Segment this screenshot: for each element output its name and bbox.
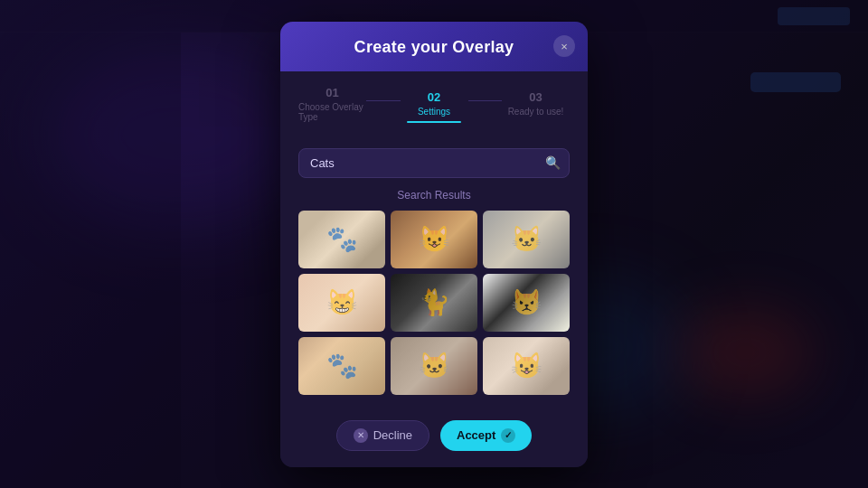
modal-footer: ✕ Decline Accept ✓ xyxy=(280,409,588,467)
cat-image-2[interactable]: 😺 xyxy=(391,211,477,268)
create-overlay-modal: Create your Overlay × 01 Choose Overlay … xyxy=(280,22,588,467)
cat-image-6[interactable]: 😾 xyxy=(483,274,570,332)
step-divider-1 xyxy=(366,100,401,101)
step-2-label: Settings xyxy=(418,107,450,117)
accept-icon: ✓ xyxy=(501,428,515,443)
modal-header: Create your Overlay × xyxy=(280,22,588,71)
step-3-number: 03 xyxy=(529,90,542,104)
decline-button[interactable]: ✕ Decline xyxy=(336,420,429,451)
step-3: 03 Ready to use! xyxy=(502,90,570,123)
step-1: 01 Choose Overlay Type xyxy=(298,86,366,128)
cat-image-7[interactable]: 🐾 xyxy=(298,337,385,395)
accept-button[interactable]: Accept ✓ xyxy=(440,420,532,451)
accept-label: Accept xyxy=(457,428,495,442)
step-3-label: Ready to use! xyxy=(508,107,564,117)
modal-body: 🔍 Search Results 🐾 😺 🐱 😸 🐈 😾 xyxy=(280,137,588,409)
modal-title: Create your Overlay xyxy=(354,38,514,56)
cat-image-9[interactable]: 😺 xyxy=(483,337,570,395)
cat-image-8[interactable]: 🐱 xyxy=(391,337,477,395)
image-grid: 🐾 😺 🐱 😸 🐈 😾 🐾 🐱 xyxy=(298,211,570,395)
decline-icon: ✕ xyxy=(354,428,368,443)
cat-image-5[interactable]: 🐈 xyxy=(391,274,477,332)
step-2-number: 02 xyxy=(428,90,440,104)
decline-label: Decline xyxy=(373,428,412,442)
modal-close-button[interactable]: × xyxy=(553,35,575,57)
step-1-label: Choose Overlay Type xyxy=(298,102,366,122)
steps-bar: 01 Choose Overlay Type 02 Settings 03 Re… xyxy=(280,71,588,137)
results-label: Search Results xyxy=(298,189,570,202)
cat-image-1[interactable]: 🐾 xyxy=(298,211,385,268)
search-input[interactable] xyxy=(298,148,570,178)
search-button[interactable]: 🔍 xyxy=(545,155,561,170)
search-container: 🔍 xyxy=(298,148,570,178)
cat-image-4[interactable]: 😸 xyxy=(298,274,385,332)
step-2: 02 Settings xyxy=(401,90,468,123)
step-divider-2 xyxy=(468,100,503,101)
cat-image-3[interactable]: 🐱 xyxy=(483,211,570,268)
search-icon: 🔍 xyxy=(545,155,561,170)
step-1-number: 01 xyxy=(326,86,338,99)
